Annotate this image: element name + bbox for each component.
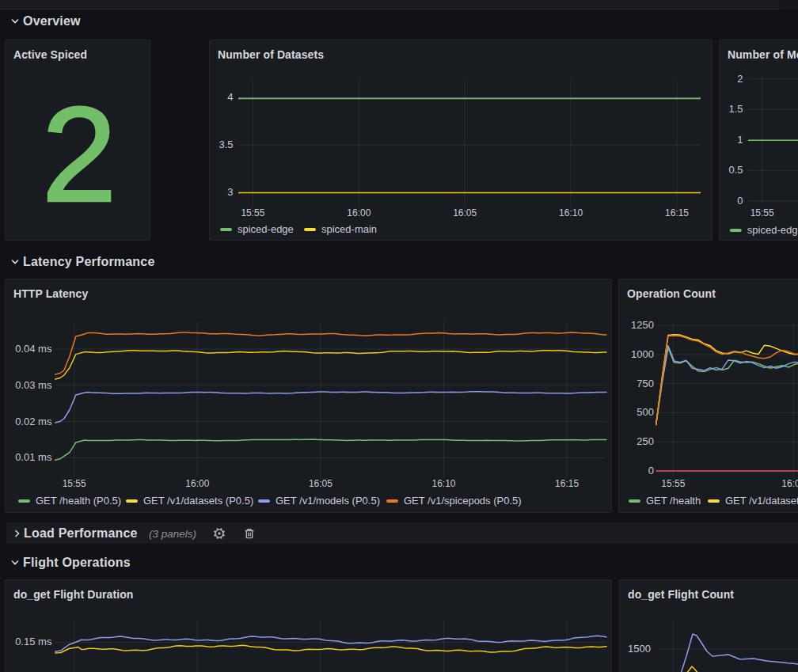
- svg-text:0.15 ms: 0.15 ms: [15, 636, 52, 647]
- svg-text:0: 0: [648, 465, 654, 476]
- svg-text:0: 0: [737, 195, 743, 207]
- svg-text:3: 3: [227, 186, 233, 198]
- svg-text:250: 250: [636, 435, 654, 447]
- svg-text:2: 2: [737, 73, 743, 85]
- svg-text:GET /v1/spicepods (P0.5): GET /v1/spicepods (P0.5): [404, 495, 522, 507]
- svg-text:16:05: 16:05: [309, 478, 332, 489]
- svg-text:1250: 1250: [631, 319, 654, 331]
- svg-text:0.03 ms: 0.03 ms: [15, 379, 52, 391]
- svg-text:16:05: 16:05: [453, 207, 477, 218]
- svg-text:0.01 ms: 0.01 ms: [15, 451, 52, 463]
- svg-text:16:10: 16:10: [431, 478, 455, 489]
- svg-text:0.02 ms: 0.02 ms: [15, 416, 52, 427]
- svg-text:16:10: 16:10: [559, 207, 583, 218]
- svg-text:15:55: 15:55: [661, 478, 685, 489]
- svg-text:1500: 1500: [628, 643, 651, 655]
- svg-text:15:55: 15:55: [63, 478, 86, 489]
- svg-text:16:00: 16:00: [347, 207, 370, 218]
- svg-text:GET /v1/datasets (P0.5): GET /v1/datasets (P0.5): [143, 495, 253, 507]
- svg-text:GET /health (P0.5): GET /health (P0.5): [36, 495, 121, 507]
- svg-text:16:15: 16:15: [665, 207, 689, 218]
- svg-text:GET /v1/models (P0.5): GET /v1/models (P0.5): [276, 495, 380, 507]
- svg-text:1: 1: [737, 134, 743, 146]
- svg-text:15:55: 15:55: [750, 207, 774, 218]
- svg-text:15:55: 15:55: [241, 207, 264, 218]
- svg-text:750: 750: [636, 378, 654, 389]
- svg-text:GET /health: GET /health: [646, 495, 701, 507]
- svg-text:0.5: 0.5: [728, 164, 743, 176]
- svg-text:spiced-main: spiced-main: [321, 223, 377, 235]
- svg-text:spiced-edge: spiced-edge: [747, 224, 798, 236]
- svg-text:1000: 1000: [631, 348, 654, 360]
- svg-text:GET /v1/datasets: GET /v1/datasets: [725, 495, 798, 507]
- svg-text:500: 500: [636, 406, 654, 418]
- svg-text:16:00: 16:00: [781, 478, 798, 489]
- svg-text:spiced-edge: spiced-edge: [238, 223, 294, 235]
- svg-text:16:15: 16:15: [555, 478, 579, 489]
- svg-text:16:00: 16:00: [185, 478, 209, 489]
- svg-text:1.5: 1.5: [728, 103, 743, 115]
- svg-text:0.04 ms: 0.04 ms: [15, 343, 52, 355]
- svg-text:3.5: 3.5: [218, 139, 233, 150]
- svg-text:4: 4: [227, 91, 233, 103]
